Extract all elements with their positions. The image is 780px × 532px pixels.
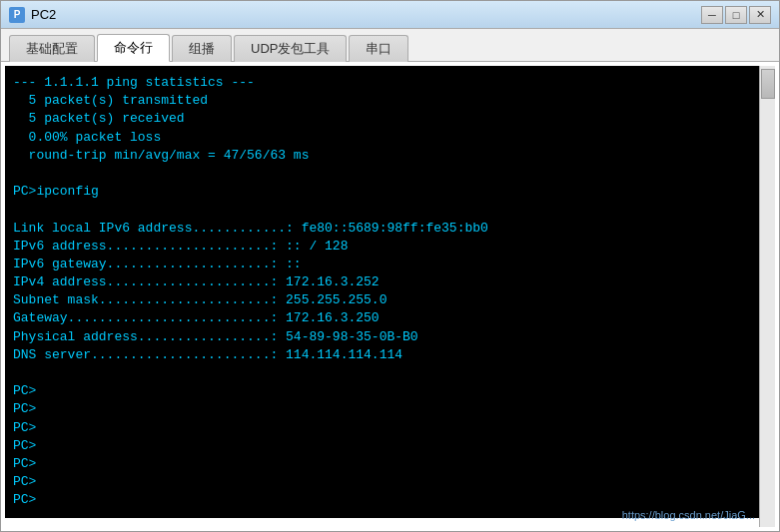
- tab-multicast[interactable]: 组播: [172, 35, 232, 62]
- window-title: PC2: [31, 7, 701, 22]
- terminal-wrapper: --- 1.1.1.1 ping statistics --- 5 packet…: [5, 66, 775, 527]
- content-area: --- 1.1.1.1 ping statistics --- 5 packet…: [1, 62, 779, 531]
- terminal[interactable]: --- 1.1.1.1 ping statistics --- 5 packet…: [5, 66, 775, 518]
- title-bar: P PC2 ─ □ ✕: [1, 1, 779, 29]
- watermark: https://blog.csdn.net/JiaG...: [622, 509, 755, 521]
- minimize-button[interactable]: ─: [701, 6, 723, 24]
- scrollbar-thumb[interactable]: [761, 69, 775, 99]
- maximize-button[interactable]: □: [725, 6, 747, 24]
- window-controls: ─ □ ✕: [701, 6, 771, 24]
- main-window: P PC2 ─ □ ✕ 基础配置 命令行 组播 UDP发包工具 串口 --- 1…: [0, 0, 780, 532]
- tab-bar: 基础配置 命令行 组播 UDP发包工具 串口: [1, 29, 779, 62]
- tab-basic-config[interactable]: 基础配置: [9, 35, 95, 62]
- app-icon: P: [9, 7, 25, 23]
- tab-udp-tool[interactable]: UDP发包工具: [234, 35, 347, 62]
- tab-serial[interactable]: 串口: [349, 35, 408, 62]
- tab-command-line[interactable]: 命令行: [97, 34, 170, 62]
- scrollbar[interactable]: [759, 66, 775, 527]
- close-button[interactable]: ✕: [749, 6, 771, 24]
- terminal-output: --- 1.1.1.1 ping statistics --- 5 packet…: [13, 74, 767, 510]
